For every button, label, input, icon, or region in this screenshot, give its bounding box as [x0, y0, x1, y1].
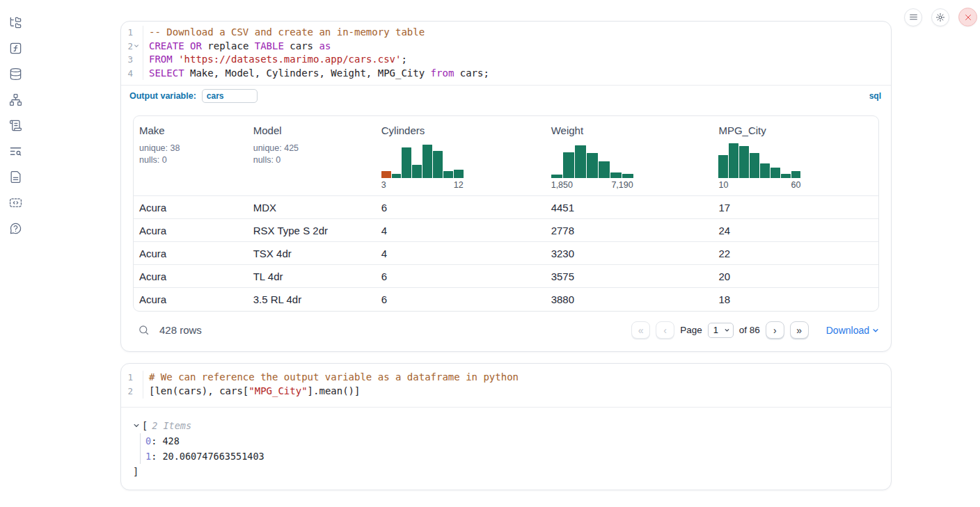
- table-cell: Acura: [134, 248, 248, 259]
- histogram-bar: [381, 171, 391, 178]
- code-line: 2[len(cars), cars["MPG_City"].mean()]: [121, 385, 891, 399]
- column-header[interactable]: Model: [253, 124, 370, 136]
- table-cell: 17: [713, 202, 878, 214]
- top-right-controls: [904, 8, 977, 26]
- next-page-button[interactable]: ›: [766, 321, 784, 339]
- tree-items-count: 2 Items: [152, 418, 191, 433]
- table-cell: 22: [713, 248, 878, 259]
- table-cell: 3880: [546, 293, 713, 305]
- column-stats: unique: 38nulls: 0: [139, 143, 242, 166]
- histogram-bar: [770, 168, 780, 178]
- histogram-bar: [551, 175, 562, 178]
- column-header[interactable]: Weight: [551, 124, 708, 136]
- histogram-bar: [454, 170, 464, 178]
- download-button[interactable]: Download: [826, 325, 879, 336]
- histogram-bar: [781, 174, 791, 179]
- table-cell: 3.5 RL 4dr: [248, 293, 376, 305]
- pagination: « ‹ Page 1 of 86 › » Download: [631, 321, 879, 339]
- table-cell: 24: [713, 225, 878, 236]
- histogram-bar: [791, 171, 801, 178]
- table-cell: 4: [376, 225, 546, 236]
- column-header-cell: Weight1,8507,190: [546, 116, 713, 195]
- table-cell: TSX 4dr: [248, 248, 376, 259]
- table-row[interactable]: AcuraRSX Type S 2dr4277824: [134, 219, 878, 242]
- table-cell: Acura: [134, 225, 248, 236]
- search-icon[interactable]: [137, 324, 150, 337]
- column-header[interactable]: Cylinders: [381, 124, 540, 136]
- scroll-logs-icon[interactable]: [8, 118, 23, 133]
- code-line: 4SELECT Make, Model, Cylinders, Weight, …: [121, 67, 891, 81]
- help-chat-icon[interactable]: [8, 220, 23, 236]
- histogram-bar: [760, 163, 770, 179]
- table-row[interactable]: AcuraTL 4dr6357520: [134, 265, 878, 288]
- table-cell: 20: [713, 271, 878, 282]
- notebook: 1-- Download a CSV and create an in-memo…: [120, 21, 892, 490]
- chevron-down-icon: [872, 327, 879, 334]
- tree-entry: 1: 20.060747663551403: [145, 449, 879, 464]
- code-line: 1# We can reference the output variable …: [121, 371, 891, 385]
- code-line: 2CREATE OR replace TABLE cars as: [121, 40, 891, 54]
- table-cell: 6: [376, 271, 546, 282]
- output-variable-label: Output variable:: [129, 91, 196, 101]
- table-cell: MDX: [248, 202, 376, 214]
- column-header-cell: Cylinders312: [376, 116, 546, 195]
- text-search-icon[interactable]: [8, 143, 23, 159]
- output-variable-input[interactable]: [202, 89, 258, 103]
- page-total-label: of 86: [739, 325, 760, 335]
- python-editor[interactable]: 1# We can reference the output variable …: [121, 364, 891, 407]
- sql-editor[interactable]: 1-- Download a CSV and create an in-memo…: [121, 22, 891, 85]
- histogram-axis: 1,8507,190: [551, 180, 633, 190]
- python-output-tree: [ 2 Items 0: 4281: 20.060747663551403 ]: [121, 408, 891, 490]
- dependency-graph-icon[interactable]: [8, 92, 23, 107]
- first-page-button[interactable]: «: [631, 321, 650, 339]
- histogram-axis: 312: [381, 180, 464, 190]
- code-line: 3FROM 'https://datasets.marimo.app/cars.…: [121, 53, 891, 67]
- table-cell: 4451: [546, 202, 713, 214]
- table-row[interactable]: AcuraTSX 4dr4323022: [134, 242, 878, 265]
- tree-collapse-icon[interactable]: [133, 421, 141, 429]
- table-cell: TL 4dr: [248, 271, 376, 282]
- fold-toggle-icon[interactable]: [134, 42, 141, 49]
- column-histogram: 1,8507,190: [551, 142, 633, 190]
- histogram-bar: [575, 145, 586, 179]
- sidebar: [0, 0, 31, 507]
- page-label: Page: [680, 325, 702, 335]
- language-badge: sql: [869, 91, 881, 101]
- menu-icon[interactable]: [904, 8, 922, 26]
- table-row[interactable]: AcuraMDX6445117: [134, 196, 878, 219]
- column-header[interactable]: MPG_City: [718, 124, 873, 136]
- table-cell: RSX Type S 2dr: [248, 225, 376, 236]
- table-cell: 3575: [546, 271, 713, 282]
- table-body: AcuraMDX6445117AcuraRSX Type S 2dr427782…: [134, 196, 878, 311]
- table-cell: 6: [376, 293, 546, 305]
- output-variable-row: Output variable: sql: [121, 85, 891, 106]
- file-explorer-tree-icon[interactable]: [8, 15, 23, 30]
- code-snippet-icon[interactable]: [8, 195, 23, 210]
- python-cell: 1# We can reference the output variable …: [120, 363, 892, 490]
- histogram-axis: 1060: [718, 180, 800, 190]
- previous-page-button[interactable]: ‹: [656, 321, 674, 339]
- column-histogram: 1060: [718, 142, 800, 190]
- histogram-bar: [433, 151, 443, 179]
- table-footer: 428 rows « ‹ Page 1 of 86 › » Download: [133, 312, 879, 351]
- chevron-down-icon: [724, 327, 730, 333]
- last-page-button[interactable]: »: [790, 321, 809, 339]
- tree-children: 0: 4281: 20.060747663551403: [140, 433, 879, 464]
- close-icon[interactable]: [958, 8, 977, 26]
- column-header-cell: Makeunique: 38nulls: 0: [134, 116, 248, 195]
- line-number: 1: [121, 26, 143, 40]
- tree-close-bracket: ]: [133, 464, 879, 479]
- database-icon[interactable]: [8, 66, 23, 81]
- page-select[interactable]: 1: [708, 323, 734, 338]
- line-number: 2: [121, 40, 143, 54]
- function-square-icon[interactable]: [8, 40, 23, 56]
- table-cell: 6: [376, 202, 546, 214]
- column-header[interactable]: Make: [139, 124, 242, 136]
- document-icon[interactable]: [8, 169, 23, 184]
- code-line: 1-- Download a CSV and create an in-memo…: [121, 26, 891, 40]
- dataframe-table: Makeunique: 38nulls: 0Modelunique: 425nu…: [133, 115, 879, 312]
- table-cell: Acura: [134, 293, 248, 305]
- table-row[interactable]: Acura3.5 RL 4dr6388018: [134, 288, 878, 311]
- histogram-bar: [610, 172, 622, 178]
- settings-gear-icon[interactable]: [931, 8, 949, 26]
